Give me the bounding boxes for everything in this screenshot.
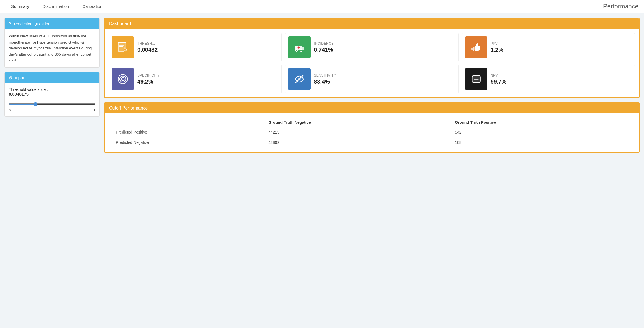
npv-value: 99.7% [491,79,507,85]
cutoff-performance-card: Cutoff Performance Ground Truth Negative… [104,102,640,153]
thresh-label: THRESH... [137,42,158,46]
svg-rect-12 [471,48,473,50]
main-content: ? Prediction Question Within New users o… [0,13,644,157]
tab-discrimination[interactable]: Discrimination [36,0,76,13]
input-title: Input [15,75,24,80]
input-body: Threshold value slider: 0.0048175 0 1 [5,83,99,116]
gear-icon: ⚙ [9,75,13,80]
ppv-icon [465,36,487,58]
threshold-label: Threshold value slider: 0.0048175 [9,87,95,96]
dashboard-header: Dashboard [105,18,639,29]
table-row: Predicted Negative 42892 108 [111,137,632,148]
incidence-icon [288,36,311,58]
metric-tile-npv: NPV 99.7% [462,65,635,93]
table-row: Predicted Positive 44215 542 [111,127,632,137]
dashboard-body: THRESH... 0.00482 [105,29,639,97]
prediction-question-card: ? Prediction Question Within New users o… [4,18,100,68]
svg-point-8 [300,49,302,51]
svg-rect-10 [298,47,300,48]
npv-label: NPV [491,73,507,77]
slider-labels: 0 1 [9,108,95,112]
cutoff-table: Ground Truth Negative Ground Truth Posit… [111,118,632,148]
specificity-label: SPECIFICITY [137,73,160,77]
sensitivity-info: SENSITIVITY 83.4% [314,73,336,85]
slider-min: 0 [9,108,11,112]
prediction-question-text: Within New users of ACE inhibitors as fi… [9,33,95,63]
incidence-value: 0.741% [314,47,334,53]
metric-tile-sensitivity: SENSITIVITY 83.4% [285,65,458,93]
slider-container [9,101,95,106]
tab-calibration[interactable]: Calibration [76,0,109,13]
cutoff-performance-body: Ground Truth Negative Ground Truth Posit… [105,113,639,152]
row-predicted-positive-col1: 44215 [264,127,451,137]
cutoff-performance-header: Cutoff Performance [105,103,639,113]
ppv-info: PPV 1.2% [491,42,504,53]
input-header: ⚙ Input [5,72,99,83]
prediction-question-body: Within New users of ACE inhibitors as fi… [5,29,99,67]
thresh-info: THRESH... 0.00482 [137,42,158,53]
top-navigation: Summary Discrimination Calibration Perfo… [0,0,644,13]
metric-tile-specificity: SPECIFICITY 49.2% [109,65,282,93]
sensitivity-value: 83.4% [314,79,336,85]
threshold-value: 0.0048175 [9,92,29,96]
slider-max: 1 [93,108,95,112]
tab-summary[interactable]: Summary [4,0,36,13]
row-predicted-negative-label: Predicted Negative [111,137,264,148]
col-header-empty [111,118,264,127]
svg-point-16 [122,79,123,80]
dashboard-card: Dashboard THR [104,18,640,98]
table-header-row: Ground Truth Negative Ground Truth Posit… [111,118,632,127]
prediction-question-title: Prediction Question [14,22,50,26]
col-header-ground-truth-negative: Ground Truth Negative [264,118,451,127]
input-card: ⚙ Input Threshold value slider: 0.004817… [4,72,100,117]
npv-icon [465,68,487,90]
question-icon: ? [9,21,11,27]
incidence-label: INCIDENCE [314,42,334,46]
svg-point-7 [296,49,298,51]
svg-line-18 [296,75,303,83]
threshold-slider[interactable] [9,103,95,105]
incidence-info: INCIDENCE 0.741% [314,42,334,53]
specificity-icon [112,68,134,90]
row-predicted-negative-col2: 108 [450,137,632,148]
svg-rect-6 [302,47,304,50]
metric-tile-ppv: PPV 1.2% [462,33,635,61]
prediction-question-header: ? Prediction Question [5,18,99,29]
npv-info: NPV 99.7% [491,73,507,85]
right-panel: Dashboard THR [104,18,640,153]
thresh-value: 0.00482 [137,47,158,53]
specificity-info: SPECIFICITY 49.2% [137,73,160,85]
page-title: Performance [603,3,638,10]
sensitivity-label: SENSITIVITY [314,73,336,77]
thresh-icon [112,36,134,58]
row-predicted-positive-col2: 542 [450,127,632,137]
specificity-value: 49.2% [137,79,160,85]
row-predicted-negative-col1: 42892 [264,137,451,148]
row-predicted-positive-label: Predicted Positive [111,127,264,137]
metric-tile-thresh: THRESH... 0.00482 [109,33,282,61]
col-header-ground-truth-positive: Ground Truth Positive [450,118,632,127]
ppv-label: PPV [491,42,504,46]
ppv-value: 1.2% [491,47,504,53]
metric-tile-incidence: INCIDENCE 0.741% [285,33,458,61]
left-panel: ? Prediction Question Within New users o… [4,18,100,153]
sensitivity-icon [288,68,311,90]
